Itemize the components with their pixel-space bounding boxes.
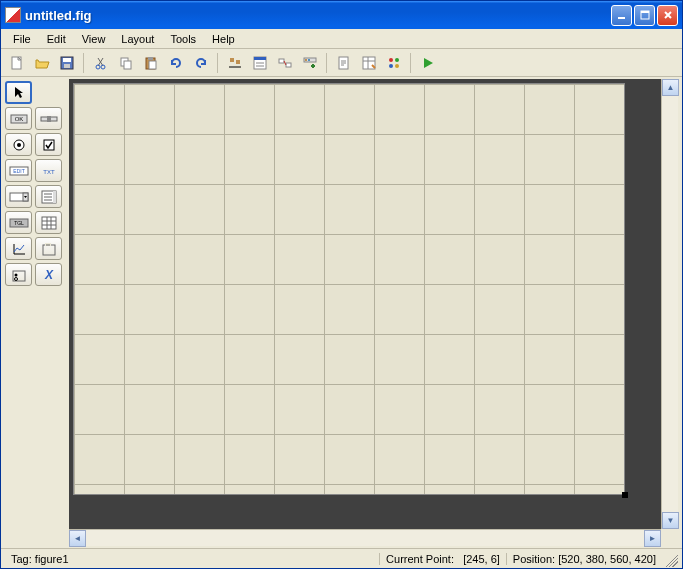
menu-layout[interactable]: Layout [113,31,162,47]
svg-point-49 [14,273,17,276]
object-browser-button[interactable] [382,52,405,74]
status-current-point: Current Point: [245, 6] [379,553,506,565]
svg-rect-10 [124,61,131,69]
slider-tool[interactable] [35,107,62,130]
svg-rect-2 [641,11,649,13]
copy-button[interactable] [114,52,137,74]
svg-point-28 [395,64,399,68]
maximize-button[interactable] [634,5,655,26]
statusbar: Tag: figure1 Current Point: [245, 6] Pos… [1,548,682,568]
svg-text:TGL: TGL [14,220,24,226]
undo-button[interactable] [164,52,187,74]
cut-button[interactable] [89,52,112,74]
svg-text:EDIT: EDIT [13,168,24,174]
svg-point-34 [17,143,21,147]
toolbar-editor-button[interactable] [298,52,321,74]
pushbutton-tool[interactable]: OK [5,107,32,130]
buttongroup-tool[interactable] [5,263,32,286]
scroll-track[interactable] [662,96,678,512]
svg-rect-5 [63,58,71,62]
popup-tool[interactable] [5,185,32,208]
resize-handle[interactable] [622,492,628,498]
edit-tool[interactable]: EDIT [5,159,32,182]
pos-label: Position: [513,553,555,565]
toggle-tool[interactable]: TGL [5,211,32,234]
svg-rect-35 [44,140,54,150]
scroll-track[interactable] [86,530,644,546]
menu-edit[interactable]: Edit [39,31,74,47]
table-tool[interactable] [35,211,62,234]
menu-help[interactable]: Help [204,31,243,47]
figure-canvas[interactable] [73,83,625,495]
vertical-scrollbar[interactable]: ▲ ▼ [661,79,678,529]
scroll-left-button[interactable]: ◄ [69,530,86,547]
scroll-right-button[interactable]: ► [644,530,661,547]
horizontal-scrollbar[interactable]: ◄ ► [69,529,661,546]
svg-rect-22 [308,59,310,61]
svg-rect-19 [286,63,291,67]
menu-editor-button[interactable] [248,52,271,74]
resize-grip[interactable] [662,551,678,567]
svg-rect-32 [47,116,51,122]
svg-rect-15 [236,60,240,64]
redo-button[interactable] [189,52,212,74]
tag-label: Tag: [11,553,32,565]
run-button[interactable] [416,52,439,74]
save-button[interactable] [55,52,78,74]
window-title: untitled.fig [25,8,611,23]
canvas-viewport[interactable] [69,79,661,529]
svg-rect-14 [230,58,234,62]
menu-file[interactable]: File [5,31,39,47]
svg-text:TXT: TXT [43,169,55,175]
open-button[interactable] [30,52,53,74]
separator [326,53,327,73]
svg-rect-17 [254,57,266,60]
svg-rect-42 [53,191,56,203]
svg-rect-12 [148,57,153,60]
mfile-button[interactable] [332,52,355,74]
status-position: Position: [520, 380, 560, 420] [506,553,662,565]
svg-point-25 [389,58,393,62]
svg-point-27 [389,64,393,68]
property-inspector-button[interactable] [357,52,380,74]
svg-point-50 [14,277,17,280]
paste-button[interactable] [139,52,162,74]
align-button[interactable] [223,52,246,74]
svg-rect-45 [42,217,56,229]
scroll-up-button[interactable]: ▲ [662,79,679,96]
new-button[interactable] [5,52,28,74]
separator [410,53,411,73]
tab-order-button[interactable] [273,52,296,74]
axes-tool[interactable] [5,237,32,260]
svg-rect-13 [149,61,156,69]
minimize-button[interactable] [611,5,632,26]
svg-rect-6 [64,64,70,68]
menubar: File Edit View Layout Tools Help [1,29,682,49]
window-buttons [611,5,678,26]
pos-value: [520, 380, 560, 420] [558,553,656,565]
component-palette: OK EDIT TXT TGL X [1,77,69,548]
titlebar: untitled.fig [1,1,682,29]
svg-point-26 [395,58,399,62]
app-icon [5,7,21,23]
svg-text:OK: OK [14,116,23,122]
checkbox-tool[interactable] [35,133,62,156]
svg-rect-21 [305,59,307,61]
point-label: Current Point: [386,553,454,565]
select-tool[interactable] [5,81,32,104]
scroll-down-button[interactable]: ▼ [662,512,679,529]
listbox-tool[interactable] [35,185,62,208]
activex-tool[interactable]: X [35,263,62,286]
close-button[interactable] [657,5,678,26]
tag-value: figure1 [35,553,69,565]
separator [217,53,218,73]
radio-tool[interactable] [5,133,32,156]
separator [83,53,84,73]
text-tool[interactable]: TXT [35,159,62,182]
panel-tool[interactable] [35,237,62,260]
scroll-corner [661,529,678,546]
canvas-area: ▲ ▼ ◄ ► [69,77,682,548]
svg-rect-0 [618,17,625,19]
menu-tools[interactable]: Tools [162,31,204,47]
menu-view[interactable]: View [74,31,114,47]
